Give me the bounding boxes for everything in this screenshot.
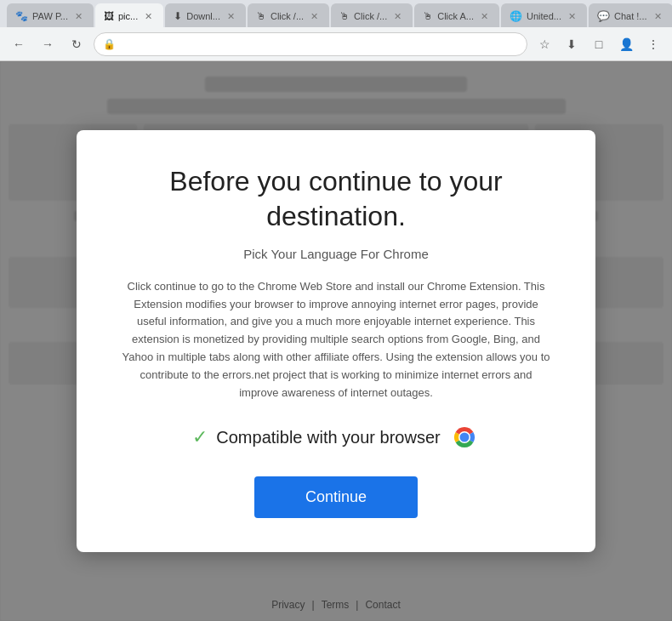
checkmark-icon: ✓ [192,426,208,448]
tab-favicon: 💬 [597,10,610,22]
lock-icon: 🔒 [103,38,116,50]
address-box[interactable]: 🔒 [94,32,527,56]
tab-label: pic... [118,11,138,21]
tab-label: Click /... [271,11,304,21]
continue-button[interactable]: Continue [254,476,418,518]
tab-favicon: 🖼 [104,10,114,22]
browser-tab-tab-8[interactable]: 💬 Chat !... ✕ [589,3,672,29]
browser-tab-tab-5[interactable]: 🖱 Click /... ✕ [331,3,413,29]
tab-bar: 🐾 PAW P... ✕ 🖼 pic... ✕ ⬇ Downl... ✕ 🖱 C… [7,0,672,29]
browser-frame: 🐾 PAW P... ✕ 🖼 pic... ✕ ⬇ Downl... ✕ 🖱 C… [0,0,672,621]
tab-label: Chat !... [614,11,647,21]
browser-tab-tab-7[interactable]: 🌐 United... ✕ [501,3,587,29]
svg-point-2 [459,433,469,442]
back-button[interactable]: ← [7,32,31,56]
modal-compat-row: ✓ Compatible with your browser [119,422,553,453]
menu-icon[interactable]: ⋮ [641,32,665,56]
tab-favicon: 🌐 [510,10,522,22]
reload-button[interactable]: ↻ [65,32,88,56]
tab-favicon: 🖱 [256,10,266,22]
tab-favicon: 🖱 [423,10,433,22]
bookmark-icon[interactable]: ☆ [532,32,556,56]
browser-tab-tab-3[interactable]: ⬇ Downl... ✕ [165,3,246,29]
tab-close-icon[interactable]: ✕ [652,10,664,23]
tab-close-icon[interactable]: ✕ [72,10,85,23]
modal-title: Before you continue to your destination. [119,164,553,235]
tab-close-icon[interactable]: ✕ [142,10,155,23]
tab-favicon: ⬇ [174,10,182,22]
window-icon[interactable]: □ [587,32,611,56]
tab-label: Click /... [354,11,387,21]
chrome-icon [449,422,480,453]
tab-close-icon[interactable]: ✕ [566,10,578,23]
tab-label: Click A... [437,11,474,21]
tab-label: United... [527,11,561,21]
tab-close-icon[interactable]: ✕ [391,10,404,23]
tab-close-icon[interactable]: ✕ [308,10,321,23]
profile-icon[interactable]: 👤 [614,32,638,56]
tab-favicon: 🖱 [339,10,350,22]
address-bar-row: ← → ↻ 🔒 ☆ ⬇ □ 👤 ⋮ [0,27,672,61]
modal-body: Click continue to go to the Chrome Web S… [119,278,553,402]
webpage: iSk...m Before you continue to your dest… [0,61,672,621]
title-bar: 🐾 PAW P... ✕ 🖼 pic... ✕ ⬇ Downl... ✕ 🖱 C… [0,0,672,27]
browser-tab-tab-2[interactable]: 🖼 pic... ✕ [95,3,163,29]
download-icon[interactable]: ⬇ [560,32,584,56]
compat-text: Compatible with your browser [216,428,440,447]
modal-subtitle: Pick Your Language For Chrome [119,247,553,261]
browser-tab-tab-1[interactable]: 🐾 PAW P... ✕ [7,3,94,29]
browser-tab-tab-4[interactable]: 🖱 Click /... ✕ [248,3,329,29]
forward-button[interactable]: → [36,32,60,56]
tab-label: Downl... [186,11,220,21]
tab-favicon: 🐾 [15,10,28,22]
modal-overlay: Before you continue to your destination.… [0,61,672,621]
toolbar-icons: ☆ ⬇ □ 👤 ⋮ [532,32,665,56]
tab-close-icon[interactable]: ✕ [478,10,491,23]
tab-close-icon[interactable]: ✕ [225,10,237,23]
browser-tab-tab-6[interactable]: 🖱 Click A... ✕ [414,3,499,29]
tab-label: PAW P... [32,11,68,21]
modal-dialog: Before you continue to your destination.… [77,130,595,553]
